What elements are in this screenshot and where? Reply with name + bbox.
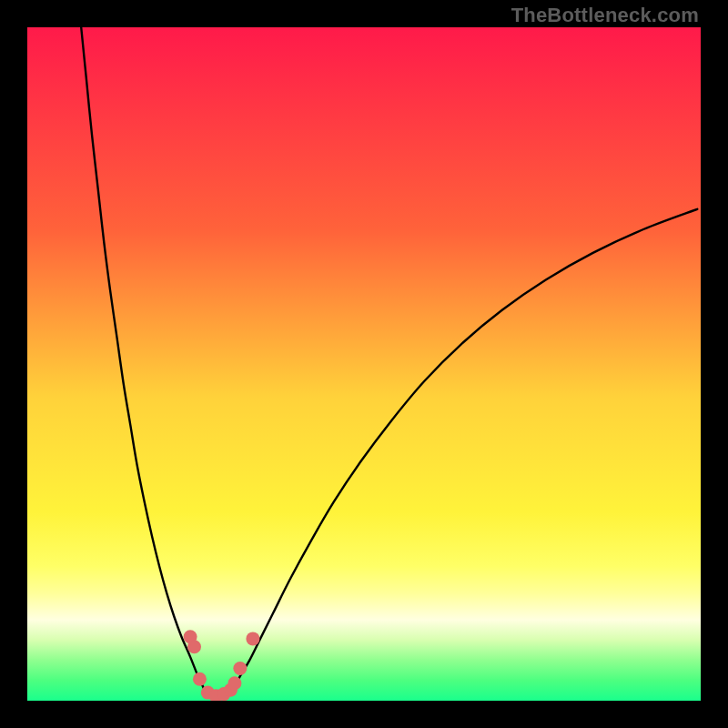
data-marker bbox=[187, 640, 201, 653]
chart-background bbox=[27, 27, 701, 701]
chart-frame bbox=[27, 27, 701, 701]
data-marker bbox=[193, 672, 207, 686]
data-marker bbox=[233, 662, 247, 675]
data-marker bbox=[228, 676, 241, 690]
chart-svg bbox=[27, 27, 701, 701]
data-marker bbox=[246, 632, 259, 645]
watermark-text: TheBottleneck.com bbox=[511, 4, 699, 27]
